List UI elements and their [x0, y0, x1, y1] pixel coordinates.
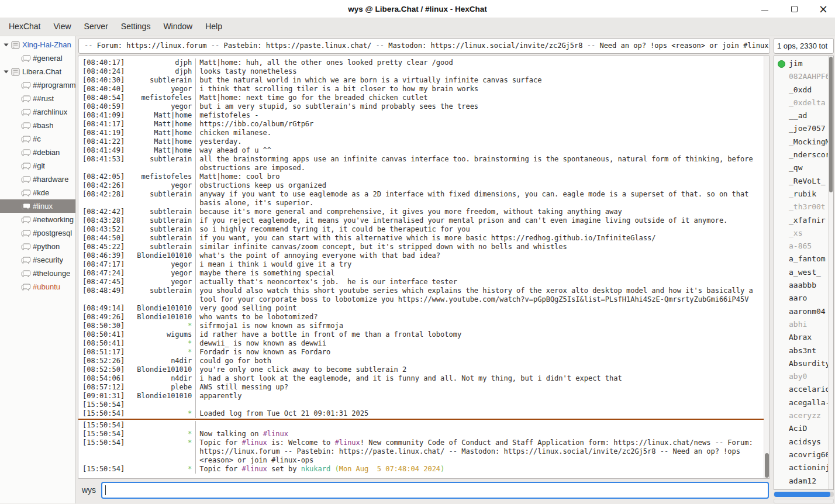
userlist-hscrollbar[interactable] [774, 492, 834, 497]
close-button[interactable]: × [816, 2, 830, 16]
nick: yegor [125, 260, 196, 269]
sidebar-item--general[interactable]: #general [0, 51, 75, 65]
userlist-item[interactable]: _0xdd [774, 84, 828, 96]
sidebar-item--postgresql[interactable]: #postgresql [0, 226, 75, 240]
topic-bar[interactable]: -- Forum: https://linux.forum -- Pastebi… [78, 38, 770, 54]
minimize-button[interactable] [758, 2, 772, 16]
userlist-item[interactable]: a_west_ [774, 266, 828, 279]
user-nick: Absurdity [789, 359, 828, 368]
userlist-box: jim082AAHPF6_0xdd_0xdelta__ad_joe7057_Mo… [774, 56, 834, 490]
userlist-item[interactable]: Abrax [774, 331, 828, 344]
maximize-button[interactable] [787, 2, 801, 16]
message-text: looks tasty nonetheless [196, 67, 764, 76]
userlist-item[interactable]: abs3nt [774, 344, 828, 357]
chat-message: [08:52:50]Blondie101010you're only one c… [78, 365, 764, 374]
chat-scrollbar-thumb[interactable] [765, 453, 769, 478]
nick [125, 401, 196, 409]
userlist-item[interactable]: jim [774, 57, 828, 70]
menu-settings[interactable]: Settings [115, 18, 157, 36]
timestamp: [08:48:49] [78, 286, 125, 295]
sidebar-item--bash[interactable]: #bash [0, 119, 75, 132]
userlist-item[interactable]: aby0 [774, 370, 828, 383]
sidebar-item--thelounge[interactable]: #thelounge [0, 267, 75, 280]
sidebar-item--python[interactable]: #python [0, 240, 75, 253]
userlist-item[interactable]: _joe7057 [774, 122, 828, 135]
sidebar-item--archlinux[interactable]: #archlinux [0, 105, 75, 119]
userlist-item[interactable]: _ReVoLt_ [774, 175, 828, 188]
userlist-item[interactable]: aaronm04 [774, 305, 828, 318]
sidebar-item--rust[interactable]: ##rust [0, 92, 75, 105]
sidebar-item--networking[interactable]: #networking [0, 213, 75, 226]
message-text: way ahead of u ^^ [196, 146, 764, 155]
sidebar-item--ubuntu[interactable]: #ubuntu [0, 280, 75, 294]
tree-label: #general [33, 54, 63, 63]
message-text: sifrmoja1 is now known as sifrmoja [196, 322, 764, 330]
user-nick: a_west_ [789, 268, 821, 277]
userlist-item[interactable]: _rubik [774, 188, 828, 201]
sidebar-item--debian[interactable]: #debian [0, 146, 75, 159]
userlist-item[interactable]: __ad [774, 109, 828, 122]
userlist-item[interactable]: aaabbb [774, 279, 828, 292]
chat-message: [08:41:53]subtlerainall the brainstormin… [78, 155, 764, 172]
user-nick: _nderscor [789, 150, 828, 159]
sidebar-item--git[interactable]: #git [0, 159, 75, 172]
userlist-item[interactable]: acegalla- [774, 396, 828, 409]
message-part-chan: #linux [242, 439, 267, 447]
userlist-hscrollbar-thumb[interactable] [774, 492, 830, 497]
userlist-item[interactable]: acidsys [774, 436, 828, 448]
sidebar-item--kde[interactable]: #kde [0, 186, 75, 199]
menu-window[interactable]: Window [157, 18, 199, 36]
userlist-item[interactable]: 082AAHPF6 [774, 70, 828, 83]
userlist-item[interactable]: _th3r00t [774, 201, 828, 213]
chat-message: [08:50:41]wigumsid rather have a bottle … [78, 330, 764, 339]
chat-message: [08:49:14]Blondie101010very good selling… [78, 304, 764, 313]
userlist-item[interactable]: _0xdelta [774, 96, 828, 109]
sidebar-item--hardware[interactable]: #hardware [0, 172, 75, 186]
userlist-item[interactable]: a_fantom [774, 253, 828, 265]
userlist-item[interactable]: abhi [774, 318, 828, 331]
resize-grip[interactable] [774, 499, 834, 503]
nick: subtlerain [125, 208, 196, 216]
userlist-item[interactable]: AciD [774, 422, 828, 435]
userlist-scrollbar-thumb[interactable] [829, 57, 833, 192]
timestamp: [09:01:31] [78, 392, 125, 401]
userlist-item[interactable]: accelario [774, 383, 828, 396]
menu-server[interactable]: Server [78, 18, 115, 36]
sidebar-item--linux[interactable]: #linux [0, 199, 75, 213]
userlist-item[interactable]: actioninj [774, 461, 828, 474]
userlist-item[interactable]: _xs [774, 227, 828, 240]
userlist-item[interactable]: _qw [774, 161, 828, 174]
userlist-item[interactable]: adam12 [774, 475, 828, 488]
userlist-item[interactable]: a-865 [774, 240, 828, 253]
timestamp: [08:41:09] [78, 111, 125, 120]
menu-view[interactable]: View [47, 18, 77, 36]
timestamp: [15:50:54] [78, 421, 125, 430]
message-text: all the brainstorming apps use an infini… [196, 155, 764, 172]
sidebar-item--programming[interactable]: ##programming [0, 78, 75, 92]
message-text: very good selling point [196, 304, 764, 313]
chat-message: [08:41:19]Matt|homechicken milanese. [78, 129, 764, 137]
channel-icon [21, 108, 30, 116]
userlist-item[interactable]: _nderscor [774, 149, 828, 161]
nick: Blondie101010 [125, 251, 196, 260]
sidebar-item--security[interactable]: #security [0, 253, 75, 267]
timestamp: [08:40:17] [78, 58, 125, 67]
tree-label: #git [33, 161, 45, 170]
sidebar-item--c[interactable]: #c [0, 132, 75, 146]
sidebar-item-xing-hai-zhan[interactable]: Xing-Hai-Zhan [0, 38, 75, 51]
userlist-item[interactable]: aceryzz [774, 409, 828, 422]
chat-scrollbar[interactable] [764, 56, 770, 478]
userlist-item[interactable]: _MockingM [774, 136, 828, 149]
userlist-item[interactable]: acovrig60 [774, 448, 828, 461]
menu-help[interactable]: Help [199, 18, 229, 36]
userlist-item[interactable]: aaro [774, 292, 828, 305]
userlist-item[interactable]: _xfafnir [774, 214, 828, 227]
sidebar-item-libera-chat[interactable]: Libera.Chat [0, 65, 75, 78]
message-input[interactable] [101, 482, 769, 499]
message-text: maybe there is something special [196, 269, 764, 278]
userlist-item[interactable]: Absurdity [774, 357, 828, 370]
channel-icon [21, 283, 30, 291]
userlist-scrollbar[interactable] [828, 56, 833, 489]
channel-icon [21, 162, 30, 170]
menu-hexchat[interactable]: HexChat [2, 18, 47, 36]
